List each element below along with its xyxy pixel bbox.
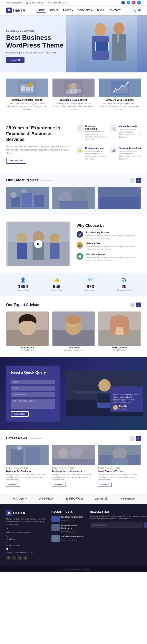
nav-blog[interactable]: BLOG <box>96 8 105 13</box>
footer-social-ig[interactable]: in <box>18 556 22 560</box>
svg-rect-46 <box>17 243 27 259</box>
feature-desc-1: Sed consectetur adipiscing elit, sed do … <box>6 102 48 111</box>
read-more-1[interactable]: Read More <box>6 483 20 487</box>
why-item-2: 👥 Dedicate Team Lorem ipsum dolor sit am… <box>77 242 141 250</box>
form-name-input[interactable] <box>11 380 55 384</box>
recent-thumb-2 <box>51 524 60 531</box>
nav-services[interactable]: SERVICES ▾ <box>77 8 93 13</box>
project-card-1[interactable] <box>6 187 49 209</box>
svg-rect-7 <box>117 34 119 42</box>
nav-actions: 🔍 ☰ <box>133 9 141 12</box>
business-illustration <box>64 80 83 95</box>
why-item-title-1: First Working Prosses <box>86 231 141 234</box>
growth-illustration <box>111 80 129 95</box>
consultant-badge: " But I must explain to you how all of t… <box>110 386 143 412</box>
svg-point-27 <box>127 82 129 83</box>
svg-rect-10 <box>21 86 25 91</box>
nav-about[interactable]: ABOUT <box>49 8 59 13</box>
newsletter-input[interactable] <box>90 522 143 528</box>
recent-title-2[interactable]: Business Needs Customers <box>61 524 85 530</box>
nav-contact[interactable]: CONTACT <box>108 8 121 13</box>
recent-date-1: November 7, 2023 <box>61 520 76 522</box>
news-next[interactable]: › <box>136 436 141 441</box>
service-risk: ⚠️ Risk Management Lorem ipsum dolor sit… <box>77 147 107 164</box>
phone-link[interactable]: 📞 +1 (996) 456-114 <box>26 2 45 4</box>
submit-button[interactable]: Submit Now <box>11 411 29 417</box>
project-card-3[interactable] <box>98 187 141 209</box>
read-more-2[interactable]: Read More <box>52 483 66 487</box>
footer-phone[interactable]: 📞 +1 646-786 <box>6 534 47 541</box>
svg-point-70 <box>98 379 111 392</box>
risk-desc: Lorem ipsum dolor sit amet, consectetur … <box>85 150 107 160</box>
search-icon[interactable]: 🔍 <box>133 9 136 12</box>
consultant-quote: But I must explain to you how all of thi… <box>113 393 140 404</box>
menu-icon[interactable]: ☰ <box>138 9 141 12</box>
footer-social-yt[interactable]: ▶ <box>23 556 28 560</box>
advisor-name-2: John Peter <box>52 346 95 349</box>
recent-title-3[interactable]: Small Business Trends <box>61 535 84 538</box>
social-p[interactable]: p <box>132 1 135 4</box>
projects-grid <box>6 187 141 209</box>
advisor-role-3: Client Manager <box>98 349 141 351</box>
recent-title-1[interactable]: Big Ideas for Business <box>61 516 83 518</box>
why-title: Why Choose Us <box>77 224 141 228</box>
feature-img-1: $ <box>6 78 48 97</box>
news-img-1 <box>6 445 49 465</box>
footer-recent-title: RECENT POSTS <box>51 510 85 513</box>
news-cat-1: Others <box>6 467 12 469</box>
footer-social-fb[interactable]: f <box>6 556 11 560</box>
site-logo[interactable]: H HEPTA <box>6 8 25 13</box>
svg-point-45 <box>17 233 27 243</box>
project-card-2[interactable] <box>52 187 95 209</box>
form-message-group <box>11 398 55 410</box>
form-phone-input[interactable] <box>11 392 55 397</box>
recent-post-1: Big Ideas for Business November 7, 2023 <box>51 516 85 522</box>
why-item-desc-1: Lorem ipsum dolor sit amet, consectetur … <box>86 234 141 239</box>
hero-cta-button[interactable]: Contact Us <box>6 57 25 63</box>
projects-prev[interactable]: ‹ <box>130 178 135 183</box>
svg-rect-4 <box>96 42 108 50</box>
advisors-prev[interactable]: ‹ <box>130 302 135 308</box>
svg-point-32 <box>11 192 17 198</box>
social-t[interactable]: t <box>126 1 130 4</box>
svg-point-25 <box>115 88 116 89</box>
stat-icon-2: 👍 <box>40 278 74 283</box>
social-in[interactable]: in <box>137 1 141 4</box>
advisors-next[interactable]: › <box>136 302 141 308</box>
recent-post-3: Small Business Trends November 7, 2023 <box>51 535 85 542</box>
footer-logo[interactable]: H HEPTA <box>6 510 47 516</box>
consulting-title: Business Consulting <box>85 125 107 130</box>
play-button[interactable]: ▶ <box>34 240 43 248</box>
footer-bottom: © 2023 Hepta. Designed By BGTheme <box>0 566 147 572</box>
features-section: $ Creative Financial Planing Sed consect… <box>0 72 147 117</box>
stat-number-1: 1890 <box>6 284 40 289</box>
nav-home[interactable]: HOME <box>37 8 46 13</box>
service-research: 🔍 Market Research Lorem ipsum dolor sit … <box>110 125 141 144</box>
form-message-input[interactable] <box>11 398 55 409</box>
footer-phone2[interactable]: 📞 +1 646-786-7861 <box>6 541 47 547</box>
projects-nav: ‹ › <box>130 178 141 183</box>
svg-rect-20 <box>70 89 77 94</box>
read-more-3[interactable]: Read More <box>98 483 112 487</box>
svg-rect-82 <box>53 459 94 465</box>
consultant-title: Consultant <box>119 408 128 410</box>
news-meta-3: Others November 7, 2023 <box>98 467 141 469</box>
advisor-2: John Peter Webdesig Developer <box>52 312 95 351</box>
footer-brand: H HEPTA The grey of every part of the st… <box>6 510 47 560</box>
recent-thumb-3 <box>51 535 60 542</box>
social-f[interactable]: f <box>121 1 125 4</box>
news-title-3: Small Business Trends <box>98 470 141 473</box>
newsletter-submit[interactable]: → <box>144 522 147 528</box>
why-info-1: First Working Prosses Lorem ipsum dolor … <box>86 231 141 239</box>
email-link[interactable]: ✉ info@hepta.com <box>6 2 23 4</box>
projects-next[interactable]: › <box>136 178 141 183</box>
stat-icon-4: ✈️ <box>107 278 141 283</box>
services-grid: 📋 Business Consulting Lorem ipsum dolor … <box>77 125 141 164</box>
feature-title-2: Business Development <box>53 98 95 102</box>
nav-pages[interactable]: PAGES ▾ <box>62 8 74 13</box>
form-email-input[interactable] <box>11 386 55 391</box>
view-services-button[interactable]: View Services <box>6 158 26 164</box>
newsletter-form: → <box>90 522 147 528</box>
news-prev[interactable]: ‹ <box>130 436 135 441</box>
footer-social-tw[interactable]: t <box>12 556 16 560</box>
